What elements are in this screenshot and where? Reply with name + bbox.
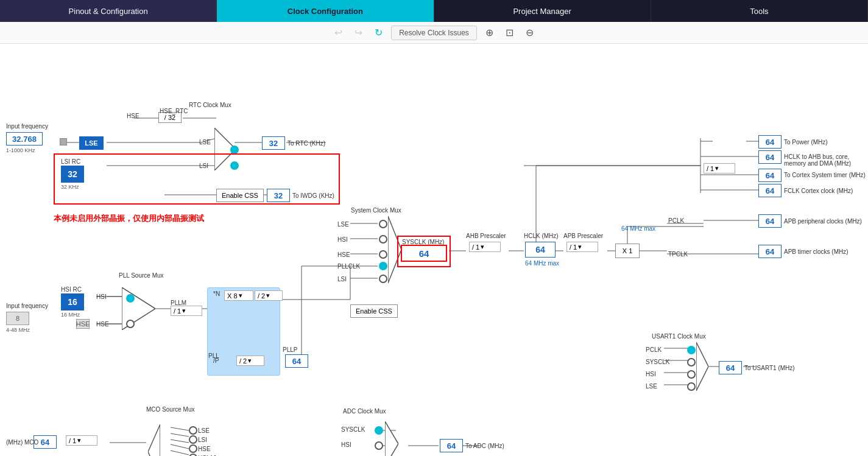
to-rtc-label: To RTC (KHz): [288, 140, 325, 147]
mco-hsi16-radio[interactable]: [189, 454, 197, 456]
lse-block[interactable]: LSE: [79, 136, 104, 150]
hse-lower-box[interactable]: HSE: [76, 319, 90, 329]
lsi-rc-label: LSI RC: [61, 158, 80, 165]
cortex-timer-value[interactable]: 64: [758, 169, 782, 182]
nav-pinout[interactable]: Pinout & Configuration: [0, 0, 217, 22]
pll-hse-radio[interactable]: [126, 320, 135, 328]
apb-timer-value[interactable]: 64: [758, 245, 782, 258]
nav-clock[interactable]: Clock Configuration: [217, 0, 434, 22]
sysclk-hsi-radio[interactable]: [379, 235, 387, 244]
sysclk-lse-radio[interactable]: [379, 220, 387, 228]
input-freq-value-2[interactable]: 8: [6, 312, 29, 325]
apb-prescaler-label: APB Prescaler: [563, 233, 603, 239]
ahb-div-value: / 1: [472, 244, 479, 251]
mco-hse-label: HSE: [198, 446, 211, 452]
sysclk-pllclk-label: PLLCLK: [337, 263, 360, 270]
sysclk-value-box[interactable]: 64: [401, 245, 447, 262]
input-freq-value-1[interactable]: 32.768: [6, 132, 43, 146]
to-iwdg-value[interactable]: 32: [267, 189, 290, 202]
clock-diagram-canvas: Input frequency 32.768 1-1000 KHz LSE HS…: [0, 44, 868, 456]
adc-hsi-radio[interactable]: [375, 441, 383, 450]
mco-lse-radio[interactable]: [189, 426, 197, 435]
mco-div-dropdown[interactable]: / 1 ▾: [66, 435, 97, 446]
pll-hsi-radio[interactable]: [126, 294, 135, 303]
input-freq-range-1: 1-1000 KHz: [6, 147, 35, 153]
usart1-sysclk-radio[interactable]: [687, 358, 696, 367]
to-power-label: To Power (MHz): [784, 139, 828, 146]
usart1-mux-shape: [696, 342, 708, 391]
lsi-rc-khz: 32 KHz: [61, 184, 79, 190]
apb-timer-label: APB timer clocks (MHz): [784, 248, 849, 255]
hse-label-top: HSE: [127, 113, 139, 119]
hclk-max-label: 64 MHz max: [525, 260, 559, 267]
to-usart1-label: To USART1 (MHz): [744, 365, 795, 371]
mco-lsi-radio[interactable]: [189, 435, 197, 444]
to-usart1-value[interactable]: 64: [719, 361, 742, 374]
enable-css-block-1[interactable]: Enable CSS: [216, 189, 264, 202]
svg-marker-76: [385, 421, 398, 456]
n-dropdown[interactable]: X 8 ▾: [224, 290, 253, 301]
pll-source-mux-label: PLL Source Mux: [119, 272, 164, 279]
mco-lsi-label: LSI: [198, 437, 207, 443]
to-power-value[interactable]: 64: [758, 135, 782, 149]
adc-sysclk-label: SYSCLK: [341, 426, 365, 433]
hse-label-lower: HSE: [96, 321, 109, 328]
nav-tools[interactable]: Tools: [651, 0, 868, 22]
hsi-rc-value[interactable]: 16: [61, 293, 84, 310]
sysclk-pllclk-radio[interactable]: [379, 262, 387, 270]
ahb-prescaler-label: AHB Prescaler: [466, 233, 506, 239]
rtc-mux-lse-radio[interactable]: [230, 146, 239, 154]
apb-periph-value[interactable]: 64: [758, 214, 782, 228]
mco-hse-radio[interactable]: [189, 444, 197, 453]
sysclk-lsi-label: LSI: [337, 276, 347, 282]
usart1-pclk-radio[interactable]: [687, 346, 696, 354]
pllp-value[interactable]: 64: [285, 354, 308, 368]
adc-sysclk-radio[interactable]: [375, 426, 383, 435]
svg-line-59: [171, 444, 189, 449]
pllm-dropdown[interactable]: / 1 ▾: [171, 306, 202, 316]
adc-hsi-label: HSI: [341, 441, 351, 448]
sysclk-lsi-radio[interactable]: [379, 275, 387, 283]
zoom-fit-button[interactable]: ⊡: [502, 24, 517, 41]
input-freq-range-2: 4-48 MHz: [6, 327, 30, 333]
to-adc-label: To ADC (MHz): [465, 443, 504, 449]
usart1-sysclk-label: SYSCLK: [646, 359, 669, 365]
enable-css-block-2[interactable]: Enable CSS: [350, 304, 398, 318]
lsi-rc-value[interactable]: 32: [61, 166, 84, 183]
mco-label: (MHz) MCO: [6, 439, 38, 446]
input-freq-label-1: Input frequency: [6, 123, 48, 130]
n-label: *N: [213, 290, 220, 297]
apb-div-dropdown[interactable]: / 1 ▾: [566, 242, 598, 252]
resolve-clock-button[interactable]: Resolve Clock Issues: [391, 26, 477, 40]
sysclk-hse-radio[interactable]: [379, 250, 387, 259]
apb-div-value: / 1: [570, 244, 577, 251]
hclk-value-box[interactable]: 64: [525, 242, 556, 258]
to-adc-value[interactable]: 64: [440, 439, 463, 452]
lsi-radio-selected[interactable]: [230, 161, 239, 170]
p-dropdown[interactable]: / 2 ▾: [236, 356, 264, 366]
x1-block[interactable]: X 1: [615, 244, 640, 258]
to-iwdg-label: To IWDG (KHz): [292, 192, 334, 199]
r-dropdown[interactable]: / 2 ▾: [255, 290, 283, 301]
tpclk-label: TPCLK: [668, 251, 688, 258]
zoom-in-button[interactable]: ⊕: [482, 24, 497, 41]
top-div1-dropdown[interactable]: / 1 ▾: [704, 163, 735, 174]
pclk-label: PCLK: [668, 217, 684, 224]
to-rtc-value[interactable]: 32: [262, 136, 285, 150]
refresh-button[interactable]: ↻: [371, 24, 386, 41]
ahb-div-dropdown[interactable]: / 1 ▾: [469, 242, 501, 252]
sysclk-hse-label: HSE: [337, 251, 350, 258]
nav-project[interactable]: Project Manager: [434, 0, 651, 22]
mco-lse-label: LSE: [198, 427, 210, 434]
lse-mux-label: LSE: [199, 139, 211, 146]
undo-button[interactable]: ↩: [331, 24, 346, 41]
svg-marker-74: [696, 342, 708, 391]
zoom-out-button[interactable]: ⊖: [522, 24, 537, 41]
usart1-hsi-label: HSI: [646, 371, 656, 377]
svg-line-58: [171, 440, 189, 443]
usart1-lse-radio[interactable]: [687, 382, 696, 391]
usart1-hsi-radio[interactable]: [687, 370, 696, 379]
redo-button[interactable]: ↪: [351, 24, 366, 41]
hclk-ahb-value[interactable]: 64: [758, 150, 782, 164]
fclk-value[interactable]: 64: [758, 184, 782, 197]
